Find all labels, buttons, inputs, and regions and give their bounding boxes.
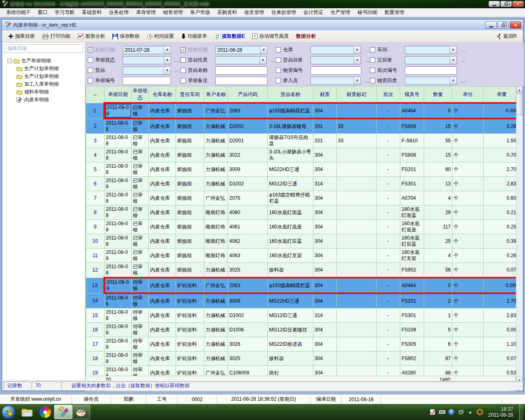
table-cell[interactable]: 4061: [228, 220, 268, 234]
table-cell[interactable]: [337, 234, 377, 249]
table-cell[interactable]: 304: [313, 249, 337, 263]
collapse-icon[interactable]: −: [7, 59, 12, 63]
table-cell[interactable]: D1002: [228, 177, 268, 191]
table-cell[interactable]: [337, 220, 377, 234]
table-cell[interactable]: 内废仓库: [149, 263, 176, 278]
filter-select[interactable]: ▼: [310, 56, 361, 64]
table-cell[interactable]: [337, 308, 377, 323]
table-cell[interactable]: 33: [337, 119, 377, 134]
close-button[interactable]: ×: [512, 1, 524, 7]
child-minimize-button[interactable]: [485, 21, 497, 29]
table-cell[interactable]: A0464: [400, 278, 424, 293]
table-cell[interactable]: 2011-08-08: [105, 234, 132, 249]
table-cell[interactable]: 个: [452, 103, 484, 119]
table-cell[interactable]: 2011-08-08: [105, 337, 132, 352]
column-header-单位[interactable]: 单位: [452, 87, 484, 103]
developer-link[interactable]: 开发组织 www.onlyit.cn: [0, 395, 72, 404]
table-cell[interactable]: 待审核: [132, 323, 149, 337]
more-options-button[interactable]: ...: [365, 78, 370, 84]
more-options-button[interactable]: ...: [270, 57, 276, 63]
table-cell[interactable]: -: [377, 162, 400, 177]
table-cell[interactable]: 顺展灯饰: [204, 234, 228, 249]
table-cell[interactable]: 个: [452, 293, 484, 308]
table-cell[interactable]: 2011-08-08: [105, 323, 132, 337]
column-header-产品代码[interactable]: 产品代码: [228, 87, 268, 103]
start-button[interactable]: [2, 405, 16, 419]
restore-button[interactable]: [500, 1, 512, 7]
toolbar-button-chart[interactable]: 图形分析: [75, 32, 108, 41]
table-cell[interactable]: 内废仓库: [149, 249, 176, 263]
table-cell[interactable]: 25: [424, 234, 452, 249]
table-cell[interactable]: 顺展灯饰: [204, 205, 228, 220]
table-cell[interactable]: MG12ID三通: [268, 177, 313, 191]
table-cell[interactable]: 0.000: [484, 278, 516, 293]
chevron-down-icon[interactable]: ▼: [354, 57, 361, 64]
table-cell[interactable]: 熔炼组: [176, 134, 204, 148]
keyboard-tray-icon[interactable]: [439, 409, 445, 415]
checkbox-unchecked-icon[interactable]: [276, 68, 281, 73]
table-cell[interactable]: MG22HD三通: [268, 162, 313, 177]
table-cell[interactable]: 已审核: [132, 234, 149, 249]
table-cell[interactable]: 已审核: [132, 177, 149, 191]
filter-select[interactable]: 2011-08-28▼: [215, 46, 267, 54]
table-cell[interactable]: 内废仓库: [149, 337, 176, 352]
table-cell[interactable]: 熔炼组: [176, 220, 204, 234]
table-cell[interactable]: 0.000: [484, 103, 516, 119]
menu-item-1[interactable]: 系统功能 F: [2, 8, 34, 17]
column-header-责任车间[interactable]: 责任车间: [176, 87, 204, 103]
column-header-货品名称[interactable]: 货品名称: [268, 87, 313, 103]
table-cell[interactable]: 2011-08-08: [105, 205, 132, 220]
menu-item-7[interactable]: 销售管理: [160, 8, 187, 17]
filter-input[interactable]: [310, 66, 361, 75]
table-cell[interactable]: D1006: [228, 323, 268, 337]
checkbox-unchecked-icon[interactable]: [370, 68, 375, 73]
table-row-10[interactable]: 102011-08-08已审核内废仓库熔炼组顺展灯饰4062160水底灯后盖30…: [86, 234, 516, 249]
show-hidden-icons-chevron-icon[interactable]: ▲: [467, 409, 474, 415]
table-cell[interactable]: 个: [452, 119, 484, 134]
table-cell[interactable]: -: [377, 103, 400, 119]
chevron-down-icon[interactable]: ▼: [450, 77, 457, 84]
tree-item-领料单明细[interactable]: 领料单明细: [5, 88, 84, 96]
table-cell[interactable]: [337, 337, 377, 352]
menu-item-11[interactable]: 往来款管理: [268, 8, 300, 17]
table-cell[interactable]: 160水底灯底座: [268, 220, 313, 234]
table-cell[interactable]: FS305: [400, 337, 424, 352]
table-cell[interactable]: 160水底灯后盖: [400, 234, 424, 249]
table-cell[interactable]: 15: [424, 119, 452, 134]
table-cell[interactable]: 60: [424, 162, 452, 177]
table-cell[interactable]: -: [377, 352, 400, 366]
table-cell[interactable]: -: [377, 278, 400, 293]
table-cell[interactable]: 熔炼组: [176, 148, 204, 162]
table-cell[interactable]: 304: [313, 205, 337, 220]
vertical-scrollbar[interactable]: ▲ ▼: [516, 86, 523, 384]
menu-item-8[interactable]: 客户市场: [187, 8, 214, 17]
table-cell[interactable]: FS806: [400, 148, 424, 162]
checkbox-unchecked-icon[interactable]: [88, 57, 93, 63]
tree-item-内废单明细-selected[interactable]: 内废单明细: [5, 96, 84, 104]
taskbar-explorer-button[interactable]: [18, 405, 36, 419]
table-cell[interactable]: 炉前涂料: [176, 323, 204, 337]
table-cell[interactable]: 炉前涂料: [176, 337, 204, 352]
table-cell[interactable]: 2011-08-08: [105, 119, 132, 134]
table-row-1[interactable]: 12011-08-08已审核内废仓库熔炼组广州金弘2063φ150圆高帽疏栏盖3…: [86, 103, 516, 119]
table-cell[interactable]: 1.550: [484, 134, 516, 148]
table-cell[interactable]: 160水底灯支架: [268, 249, 313, 263]
table-cell[interactable]: 304: [313, 293, 337, 308]
table-cell[interactable]: MG12ID三通: [268, 308, 313, 323]
child-restore-button[interactable]: [498, 21, 509, 29]
table-cell[interactable]: -: [377, 220, 400, 234]
table-cell[interactable]: 2011-08-08: [105, 177, 132, 191]
table-cell[interactable]: 炉前涂料: [176, 293, 204, 308]
table-cell[interactable]: 内废仓库: [149, 103, 176, 119]
table-cell[interactable]: 已审核: [132, 103, 149, 119]
menu-item-3[interactable]: 学习导航: [51, 8, 78, 17]
table-cell[interactable]: 0.252: [484, 220, 516, 234]
table-cell[interactable]: 304: [313, 220, 337, 234]
table-cell[interactable]: 3-16L灌肠器螺母: [268, 119, 313, 134]
column-header-客户名称[interactable]: 客户名称: [204, 87, 228, 103]
taskbar-clock[interactable]: 18:37 2011-08-28: [488, 406, 514, 418]
table-row-8[interactable]: 82011-08-08已审核内废仓库熔炼组顺展灯饰4060160水底灯面盖304…: [86, 205, 516, 220]
table-cell[interactable]: 内废仓库: [149, 205, 176, 220]
table-cell[interactable]: 304: [313, 234, 337, 249]
table-cell[interactable]: 2011-08-08: [105, 103, 132, 119]
